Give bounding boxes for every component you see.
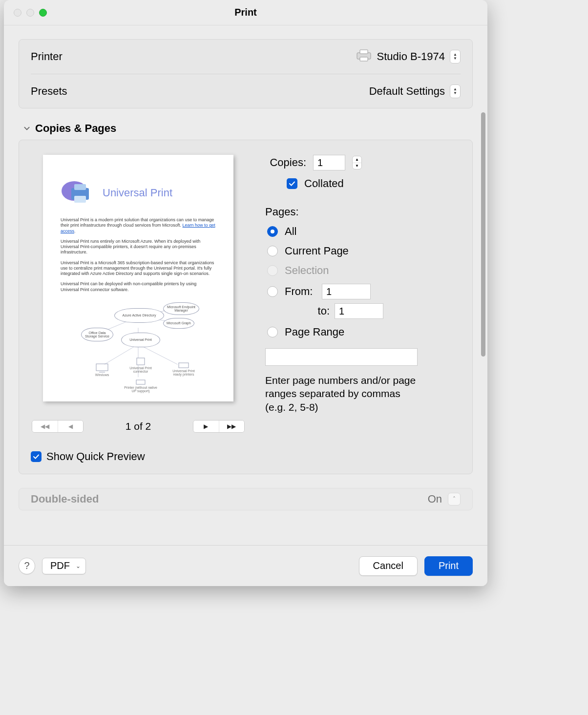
- chevron-up-icon: ˄: [448, 493, 461, 505]
- copies-input[interactable]: [313, 155, 345, 170]
- check-icon: [289, 180, 295, 187]
- check-icon: [33, 453, 40, 460]
- doc-title: Universal Print: [103, 187, 172, 199]
- svg-rect-17: [137, 358, 145, 365]
- pdf-menu-button[interactable]: PDF ⌄: [42, 558, 86, 574]
- pages-to-label: to:: [299, 305, 330, 317]
- doc-paragraph: Universal Print is a Microsoft 365 subsc…: [61, 260, 216, 277]
- from-input[interactable]: [322, 284, 371, 299]
- svg-rect-18: [179, 363, 189, 368]
- chevron-down-icon: [23, 125, 30, 132]
- print-button[interactable]: Print: [424, 556, 473, 576]
- presets-select[interactable]: Default Settings ▲▼: [369, 84, 461, 98]
- show-preview-checkbox[interactable]: [31, 451, 42, 462]
- svg-rect-1: [360, 50, 368, 54]
- presets-row: Presets Default Settings ▲▼: [31, 74, 461, 108]
- svg-rect-5: [74, 184, 86, 190]
- presets-value: Default Settings: [369, 85, 445, 98]
- universal-print-logo-icon: [61, 179, 96, 207]
- pages-range-radio[interactable]: [267, 327, 278, 337]
- double-sided-label: Double-sided: [31, 493, 99, 505]
- show-preview-label: Show Quick Preview: [46, 450, 145, 463]
- collated-checkbox[interactable]: [287, 178, 297, 189]
- doc-paragraph: Universal Print can be deployed with non…: [61, 281, 216, 293]
- pages-range-label: Page Range: [285, 326, 344, 338]
- updown-icon: ▲▼: [450, 84, 461, 98]
- svg-rect-2: [360, 57, 368, 61]
- pdf-label: PDF: [50, 560, 70, 571]
- svg-rect-15: [96, 364, 108, 371]
- printer-icon: [356, 49, 372, 64]
- copies-pages-panel: Universal Print Universal Print is a mod…: [19, 140, 473, 474]
- doc-paragraph: Universal Print runs entirely on Microso…: [61, 239, 216, 255]
- collated-label: Collated: [304, 177, 344, 190]
- chevron-down-icon: ⌄: [76, 563, 81, 569]
- page-preview[interactable]: Universal Print Universal Print is a mod…: [43, 155, 233, 401]
- pages-from-label: From:: [285, 285, 315, 298]
- prev-page-button[interactable]: ◀: [58, 421, 83, 432]
- first-page-button[interactable]: ◀◀: [32, 421, 58, 432]
- copies-label: Copies:: [265, 156, 306, 169]
- preview-column: Universal Print Universal Print is a mod…: [31, 155, 246, 433]
- pages-from-radio[interactable]: [267, 286, 278, 297]
- copies-pages-header[interactable]: Copies & Pages: [23, 122, 473, 135]
- controls-column: Copies: ▲ ▼ Collated Page: [265, 155, 461, 433]
- pages-label: Pages:: [265, 206, 461, 218]
- copies-stepper[interactable]: ▲ ▼: [352, 156, 362, 169]
- pages-all-label: All: [285, 225, 296, 238]
- pager-fwd-group: ▶ ▶▶: [193, 420, 245, 433]
- window-title: Print: [4, 7, 487, 18]
- page-range-input[interactable]: [265, 348, 418, 366]
- dialog-footer: ? PDF ⌄ Cancel Print: [4, 545, 487, 586]
- pages-selection-label: Selection: [285, 264, 329, 277]
- doc-diagram: Azure Active Directory Microsoft Endpoin…: [61, 300, 216, 392]
- print-dialog: Print Printer Studio B-1974 ▲▼: [4, 0, 487, 586]
- pages-current-radio[interactable]: [267, 246, 278, 256]
- pager-back-group: ◀◀ ◀: [32, 420, 84, 433]
- printer-select[interactable]: Studio B-1974 ▲▼: [356, 49, 461, 64]
- svg-rect-19: [136, 380, 145, 384]
- printer-value: Studio B-1974: [377, 50, 445, 63]
- page-range-hint: Enter page numbers and/or page ranges se…: [265, 374, 421, 414]
- printer-label: Printer: [31, 50, 63, 63]
- double-sided-value: On: [428, 493, 442, 505]
- pager-label: 1 of 2: [126, 421, 151, 432]
- stepper-down-icon[interactable]: ▼: [353, 163, 361, 169]
- double-sided-section[interactable]: Double-sided On ˄: [19, 488, 473, 510]
- cancel-button[interactable]: Cancel: [359, 556, 418, 576]
- help-button[interactable]: ?: [19, 558, 35, 574]
- titlebar: Print: [4, 0, 487, 25]
- doc-paragraph: Universal Print is a modern print soluti…: [61, 217, 216, 234]
- preview-pager: ◀◀ ◀ 1 of 2 ▶ ▶▶: [31, 420, 246, 433]
- pages-all-radio[interactable]: [267, 226, 278, 237]
- next-page-button[interactable]: ▶: [193, 421, 219, 432]
- pages-selection-radio: [267, 265, 278, 276]
- last-page-button[interactable]: ▶▶: [219, 421, 244, 432]
- printer-row: Printer Studio B-1974 ▲▼: [31, 40, 461, 74]
- presets-label: Presets: [31, 85, 67, 98]
- printer-presets-panel: Printer Studio B-1974 ▲▼: [19, 39, 473, 108]
- svg-rect-6: [74, 196, 86, 203]
- copies-pages-title: Copies & Pages: [35, 122, 116, 135]
- scrollbar[interactable]: [481, 112, 485, 357]
- stepper-up-icon[interactable]: ▲: [353, 156, 361, 163]
- to-input[interactable]: [335, 303, 383, 319]
- updown-icon: ▲▼: [450, 50, 461, 63]
- dialog-body: Printer Studio B-1974 ▲▼: [4, 25, 487, 545]
- pages-current-label: Current Page: [285, 245, 349, 257]
